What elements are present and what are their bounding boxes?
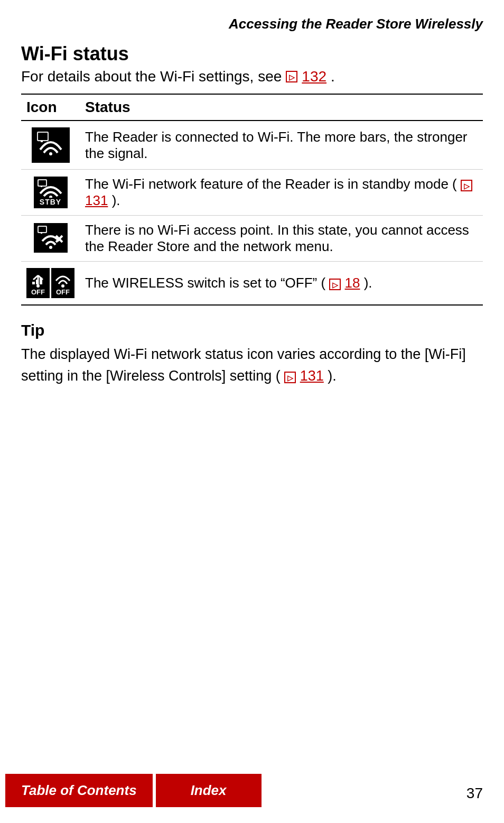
toc-label: Table of Contents <box>21 782 137 798</box>
intro-suffix: . <box>331 68 335 85</box>
stby-label: STBY <box>40 198 61 206</box>
svg-point-22 <box>61 284 64 288</box>
toc-button[interactable]: Table of Contents <box>5 774 153 807</box>
icon-cell-no-access <box>21 216 80 262</box>
ref-link-131-tip[interactable]: 131 <box>300 365 324 387</box>
tip-section: Tip The displayed Wi-Fi network status i… <box>21 321 483 386</box>
icon-cell-connected: ⎁ <box>21 121 80 170</box>
svg-rect-21 <box>40 278 42 284</box>
tip-text: The displayed Wi-Fi network status icon … <box>21 344 483 386</box>
wifi-off-sub-icon: OFF <box>51 268 74 298</box>
status-cell-standby: The Wi-Fi network feature of the Reader … <box>80 170 483 216</box>
wireless-icon-svg <box>29 270 47 288</box>
svg-point-12 <box>49 246 52 249</box>
table-row: ⎁ <box>21 121 483 170</box>
header-title: Accessing the Reader Store Wirelessly <box>229 16 483 32</box>
status-text-off-suffix: ). <box>364 275 372 291</box>
page: Accessing the Reader Store Wirelessly Wi… <box>0 0 504 823</box>
status-text-off-prefix: The WIRELESS switch is set to “OFF” ( <box>85 275 325 291</box>
status-cell-off: The WIRELESS switch is set to “OFF” ( ▷ … <box>80 262 483 306</box>
tip-title: Tip <box>21 321 483 339</box>
page-header: Accessing the Reader Store Wirelessly <box>21 16 483 32</box>
ref-icon-131-standby: ▷ <box>461 180 472 191</box>
table-row: There is no Wi-Fi access point. In this … <box>21 216 483 262</box>
wifi-off-icon: OFF OFF <box>26 268 74 298</box>
tip-text-prefix: The displayed Wi-Fi network status icon … <box>21 346 466 384</box>
wifi-status-table: Icon Status ⎁ <box>21 94 483 306</box>
status-cell-no-access: There is no Wi-Fi access point. In this … <box>80 216 483 262</box>
index-button[interactable]: Index <box>156 774 262 807</box>
off-label-2: OFF <box>56 288 70 296</box>
section-title: Wi-Fi status <box>21 43 483 65</box>
table-row: OFF OFF The WI <box>21 262 483 306</box>
wifi-standby-svg <box>37 179 64 198</box>
wifi-standby-icon: STBY <box>34 177 68 208</box>
table-row: STBY The Wi-Fi network feature of the Re… <box>21 170 483 216</box>
icon-cell-standby: STBY <box>21 170 80 216</box>
svg-rect-7 <box>39 180 46 186</box>
svg-rect-4 <box>41 140 43 142</box>
intro-text: For details about the Wi-Fi settings, se… <box>21 68 282 85</box>
wifi-off-svg <box>54 270 72 288</box>
svg-point-18 <box>36 284 40 288</box>
icon-cell-off: OFF OFF <box>21 262 80 306</box>
svg-rect-20 <box>36 280 39 284</box>
tip-text-suffix: ). <box>328 368 337 384</box>
wifi-connected-icon: ⎁ <box>32 127 70 163</box>
link-icon-132: ▷ <box>286 71 297 82</box>
svg-rect-8 <box>41 186 42 187</box>
ref-link-132[interactable]: 132 <box>302 68 326 85</box>
status-text-standby-suffix: ). <box>112 192 120 208</box>
status-text-no-access: There is no Wi-Fi access point. In this … <box>85 222 469 254</box>
status-cell-connected: The Reader is connected to Wi-Fi. The mo… <box>80 121 483 170</box>
svg-rect-3 <box>38 133 48 140</box>
wifi-connected-svg: ⎁ <box>36 131 66 156</box>
status-text-standby-prefix: The Wi-Fi network feature of the Reader … <box>85 176 457 192</box>
ref-link-18[interactable]: 18 <box>345 275 360 291</box>
bottom-nav: Table of Contents Index <box>0 774 504 807</box>
wifi-no-access-svg <box>37 225 64 251</box>
page-number: 37 <box>466 785 483 802</box>
col-header-status: Status <box>80 94 483 121</box>
ref-icon-131-tip: ▷ <box>284 372 296 383</box>
index-label: Index <box>191 782 227 798</box>
status-text-connected: The Reader is connected to Wi-Fi. The mo… <box>85 129 468 161</box>
svg-rect-10 <box>39 227 46 232</box>
col-header-icon: Icon <box>21 94 80 121</box>
ref-link-131-standby[interactable]: 131 <box>85 192 108 209</box>
wireless-off-icon: OFF <box>26 268 50 298</box>
off-label-1: OFF <box>31 288 45 296</box>
wifi-no-access-icon <box>34 223 68 253</box>
svg-rect-11 <box>41 232 42 234</box>
ref-icon-18: ▷ <box>329 279 341 290</box>
svg-point-1 <box>49 152 52 155</box>
intro-line: For details about the Wi-Fi settings, se… <box>21 68 483 85</box>
svg-rect-19 <box>32 282 35 284</box>
